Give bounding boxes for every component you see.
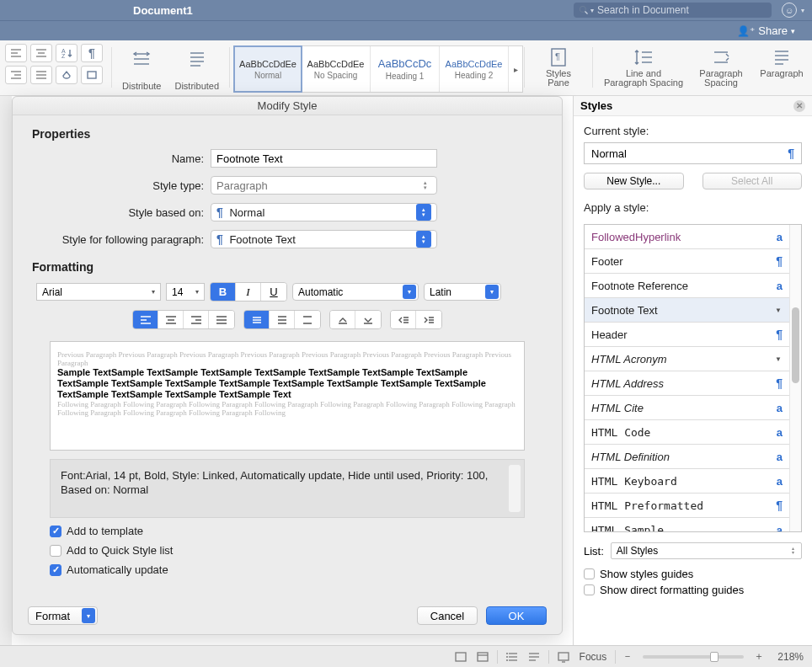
show-direct-formatting-checkbox[interactable] [584, 584, 595, 595]
style-list-item[interactable]: HTML Codea [585, 420, 789, 445]
style-list-item[interactable]: HTML Address¶ [585, 371, 789, 396]
left-gutter [0, 96, 12, 645]
line-spacing-tool[interactable]: Line andParagraph Spacing [596, 44, 691, 88]
styles-pane-tool[interactable]: ¶ StylesPane [528, 44, 589, 88]
zoom-level[interactable]: 218% [777, 651, 804, 663]
style-list-item[interactable]: HTML Acronym▼ [585, 347, 789, 371]
style-list-item[interactable]: HTML Definitiona [585, 445, 789, 469]
style-item-normal[interactable]: AaBbCcDdEe Normal [233, 45, 302, 93]
format-menu[interactable]: Format [28, 606, 98, 625]
script-select[interactable]: Latin [424, 283, 501, 301]
show-style-guides-checkbox[interactable] [584, 568, 595, 579]
style-type-label: Style type: [29, 179, 211, 192]
style-list-item[interactable]: HTML Preformatted¶ [585, 494, 789, 518]
share-button[interactable]: Share [758, 24, 788, 37]
auto-update-checkbox[interactable] [50, 564, 61, 576]
name-input[interactable] [211, 149, 437, 168]
auto-update-row[interactable]: Automatically update [50, 563, 545, 576]
desc-scrollbar[interactable] [509, 465, 521, 512]
list-filter-label: List: [584, 545, 604, 558]
share-bar: 👤⁺ Share ▾ [0, 20, 812, 40]
bold-button[interactable]: B [211, 283, 236, 301]
based-on-select[interactable]: ¶ Normal [211, 203, 437, 221]
zoom-slider[interactable] [643, 655, 744, 659]
spacing-1-button[interactable] [244, 311, 270, 328]
chevron-down-icon: ▼ [774, 355, 783, 363]
feedback-smile-icon[interactable]: ☺ [782, 3, 797, 18]
italic-button[interactable]: I [236, 283, 261, 301]
style-list-item[interactable]: HTML Keyboarda [585, 469, 789, 494]
sort-icon[interactable]: AZ [56, 44, 77, 62]
underline-button[interactable]: U [261, 283, 286, 301]
style-list-item[interactable]: FollowedHyperlinka [585, 225, 789, 249]
based-on-label: Style based on: [29, 206, 211, 219]
style-list-item[interactable]: HTML Samplea [585, 518, 789, 531]
apply-style-list[interactable]: FollowedHyperlinkaFooter¶Footnote Refere… [584, 224, 802, 532]
focus-label[interactable]: Focus [580, 651, 607, 663]
align-justify-button[interactable] [209, 311, 234, 328]
style-item-no-spacing[interactable]: AaBbCcDdEe No Spacing [302, 46, 371, 92]
list-filter-select[interactable]: All Styles [611, 542, 802, 559]
align-left-button[interactable] [133, 311, 158, 328]
style-list-item[interactable]: Header¶ [585, 323, 789, 347]
align-center-icon[interactable] [30, 44, 52, 62]
style-list-item[interactable]: Footer¶ [585, 249, 789, 274]
cancel-button[interactable]: Cancel [417, 606, 478, 625]
para-space-group [329, 310, 382, 329]
paragraph-tool[interactable]: Paragraph [751, 44, 812, 78]
align-left-icon[interactable] [5, 44, 27, 62]
font-family-select[interactable]: Arial▾ [36, 283, 161, 301]
add-to-qsl-row[interactable]: Add to Quick Style list [50, 544, 545, 557]
search-document[interactable]: ▾ [574, 3, 772, 18]
style-list-item[interactable]: Footnote Text▼ [585, 298, 789, 323]
style-type-select[interactable]: Paragraph [211, 176, 437, 195]
close-pane-icon[interactable]: ✕ [793, 100, 805, 112]
spacing-1-5-button[interactable] [270, 311, 295, 328]
indent-increase-button[interactable] [416, 311, 441, 328]
show-style-guides-row[interactable]: Show styles guides [584, 568, 802, 580]
dialog-title: Modify Style [13, 97, 562, 115]
borders-icon[interactable] [81, 66, 103, 84]
chevron-down-icon[interactable]: ▾ [791, 27, 795, 35]
following-select[interactable]: ¶ Footnote Text [211, 230, 437, 248]
font-size-select[interactable]: 14▾ [166, 283, 205, 301]
font-color-select[interactable]: Automatic [292, 283, 419, 301]
draft-view-icon[interactable] [525, 649, 543, 664]
distributed-icon[interactable] [185, 47, 209, 71]
outline-view-icon[interactable] [503, 649, 521, 664]
select-all-button[interactable]: Select All [702, 173, 803, 189]
new-style-button[interactable]: New Style... [584, 173, 684, 189]
style-list-item[interactable]: Footnote Referencea [585, 274, 789, 298]
character-style-icon: a [777, 524, 783, 532]
current-style-box[interactable]: Normal ¶ [584, 142, 802, 164]
align-center-button[interactable] [158, 311, 184, 328]
style-item-heading2[interactable]: AaBbCcDdEe Heading 2 [440, 46, 509, 92]
print-layout-view-icon[interactable] [451, 649, 470, 664]
add-to-template-row[interactable]: Add to template [50, 525, 545, 537]
shading-icon[interactable] [56, 66, 77, 84]
style-item-heading1[interactable]: AaBbCcDc Heading 1 [371, 46, 440, 92]
zoom-out-button[interactable]: － [622, 649, 633, 664]
spacing-2-button[interactable] [295, 311, 320, 328]
web-layout-view-icon[interactable] [473, 649, 492, 664]
indent-decrease-button[interactable] [391, 311, 416, 328]
style-list-item[interactable]: HTML Citea [585, 396, 789, 420]
zoom-in-button[interactable]: ＋ [754, 649, 764, 664]
paragraph-spacing-tool[interactable]: ParagraphSpacing [691, 44, 751, 88]
justify-icon[interactable] [30, 66, 52, 84]
focus-mode-icon[interactable] [554, 649, 573, 664]
style-gallery[interactable]: AaBbCcDdEe Normal AaBbCcDdEe No Spacing … [233, 45, 523, 93]
show-direct-formatting-row[interactable]: Show direct formatting guides [584, 584, 802, 596]
apply-list-scrollbar[interactable] [789, 225, 801, 531]
chevron-down-icon: ▼ [774, 307, 783, 314]
search-input[interactable] [597, 4, 767, 16]
align-right-icon[interactable] [5, 66, 27, 84]
add-to-template-checkbox[interactable] [50, 526, 61, 537]
space-before-dec-button[interactable] [355, 311, 381, 328]
show-marks-icon[interactable]: ¶ [81, 44, 103, 62]
align-right-button[interactable] [184, 311, 209, 328]
space-before-inc-button[interactable] [330, 311, 355, 328]
add-to-qsl-checkbox[interactable] [50, 545, 61, 557]
ok-button[interactable]: OK [486, 606, 547, 625]
distribute-icon[interactable] [130, 47, 153, 71]
